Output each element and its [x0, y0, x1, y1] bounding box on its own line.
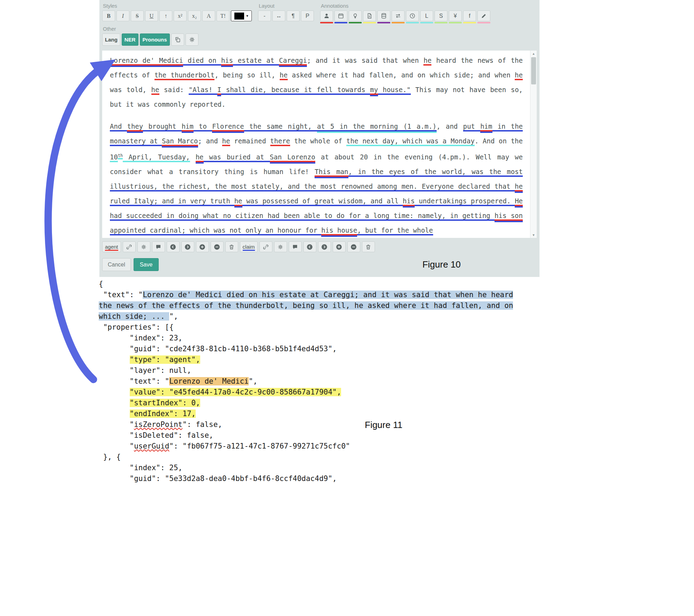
annotated-text[interactable]: th [118, 153, 123, 158]
annotated-text[interactable]: "Alas! [189, 86, 217, 93]
pronouns-button[interactable]: Pronouns [140, 33, 170, 46]
annotated-text[interactable]: I [217, 86, 221, 93]
annotated-text[interactable]: was possessed of great wisdom, and all [242, 197, 403, 205]
annotated-text[interactable]: he [515, 71, 523, 79]
annotated-text[interactable]: estate at [233, 57, 279, 64]
color-picker-button[interactable]: ▾ [231, 10, 252, 21]
gear-button[interactable] [137, 241, 150, 252]
annotated-text[interactable]: he [234, 197, 242, 205]
annotated-text[interactable]: his [221, 57, 233, 64]
minus-circle-button[interactable] [347, 241, 360, 252]
subscript-button[interactable]: x₂ [188, 10, 201, 21]
time-annotation-button[interactable] [406, 10, 419, 21]
annotated-text[interactable]: there [270, 137, 290, 145]
claim-chip[interactable]: claim [240, 241, 258, 252]
strikethrough-button[interactable]: S [131, 10, 144, 21]
annotated-text[interactable]: he [151, 86, 159, 93]
trash-button[interactable] [362, 241, 375, 252]
annotated-text[interactable]: And [110, 122, 127, 130]
prev-circle-button[interactable] [167, 241, 180, 252]
annotated-text[interactable]: Florence [212, 122, 244, 130]
idea-annotation-button[interactable] [349, 10, 362, 21]
annotated-text[interactable]: him [182, 122, 194, 130]
annotated-text[interactable]: at 5 in the morning (1 a.m.) [317, 122, 437, 130]
paragraph-button[interactable]: ¶ [287, 10, 300, 21]
annotated-text[interactable]: my [370, 86, 378, 93]
letter-f-annotation-button[interactable]: f [463, 10, 476, 21]
annotated-text[interactable]: San Marco [162, 137, 198, 145]
annotated-text[interactable]: was buried at [204, 153, 270, 161]
annotated-text[interactable]: him [480, 122, 492, 130]
annotated-text[interactable]: house." [378, 86, 411, 93]
annotated-text[interactable]: to [194, 122, 212, 130]
font-button[interactable]: A [202, 10, 215, 21]
cancel-button[interactable]: Cancel [102, 258, 131, 271]
annotated-text[interactable]: put [463, 122, 480, 130]
ner-button[interactable]: NER [122, 33, 138, 46]
annotated-text[interactable]: his son [495, 212, 523, 219]
annotated-text[interactable]: died on [183, 57, 221, 64]
link-button[interactable] [123, 241, 136, 252]
comment-button[interactable] [152, 241, 165, 252]
next-circle-button[interactable] [181, 241, 194, 252]
annotated-text[interactable]: his [403, 197, 415, 205]
minus-circle-button[interactable] [211, 241, 224, 252]
annotated-text[interactable]: This man [315, 168, 348, 175]
annotated-text[interactable]: he [196, 153, 204, 161]
bold-button[interactable]: B [102, 10, 115, 21]
annotated-text[interactable]: Lorenzo de' Medici [110, 57, 183, 64]
lang-button[interactable]: Lang [102, 33, 120, 46]
person-annotation-button[interactable] [320, 10, 333, 21]
annotated-text[interactable]: he [222, 137, 230, 145]
scrollbar-thumb[interactable] [531, 57, 536, 84]
annotated-text[interactable]: his house [321, 226, 357, 234]
pencil-annotation-button[interactable] [477, 10, 490, 21]
annotated-text[interactable]: 10 [110, 153, 118, 161]
next-circle-button[interactable] [318, 241, 331, 252]
annotated-text[interactable]: appointed cardinal; which was not only a… [110, 226, 321, 234]
annotated-text[interactable]: San Lorenzo [270, 153, 315, 161]
annotated-text[interactable]: the same night, [244, 122, 317, 130]
page-button[interactable]: P [301, 10, 314, 21]
comment-button[interactable] [289, 241, 302, 252]
plus-circle-button[interactable] [333, 241, 346, 252]
dash-button[interactable]: - [258, 10, 271, 21]
annotated-text[interactable]: the next day, which was a Monday [346, 137, 475, 145]
annotated-text[interactable]: he [515, 182, 523, 190]
text-size-button[interactable]: T! [217, 10, 229, 21]
trash-button[interactable] [225, 241, 238, 252]
database-annotation-button[interactable] [377, 10, 390, 21]
annotated-text[interactable]: He [515, 197, 523, 205]
settings-button[interactable] [186, 33, 198, 46]
document-annotation-button[interactable] [363, 10, 376, 21]
agent-chip[interactable]: agent [102, 241, 121, 252]
copy-button[interactable] [171, 33, 184, 46]
gear-button[interactable] [274, 241, 287, 252]
underline-button[interactable]: U [145, 10, 158, 21]
annotated-text[interactable]: brought [143, 122, 181, 130]
letter-p-annotation-button[interactable]: ¥ [449, 10, 462, 21]
annotated-text[interactable]: undertakings prospered. [415, 197, 515, 205]
scroll-up-button[interactable]: ▲ [530, 51, 537, 57]
link-button[interactable] [259, 241, 272, 252]
annotated-text[interactable]: they [127, 122, 143, 130]
prev-circle-button[interactable] [303, 241, 316, 252]
annotated-text[interactable]: he [423, 57, 431, 64]
annotated-text[interactable]: shall die, because it fell towards [221, 86, 370, 93]
annotated-text[interactable]: the thunderbolt [154, 71, 215, 79]
scroll-down-button[interactable]: ▼ [530, 232, 537, 238]
letter-l-annotation-button[interactable]: L [420, 10, 433, 21]
uppercase-button[interactable]: ↑ [159, 10, 172, 21]
date-annotation-button[interactable] [334, 10, 347, 21]
relation-annotation-button[interactable] [392, 10, 405, 21]
letter-s-annotation-button[interactable]: S [435, 10, 447, 21]
editor-text[interactable]: Lorenzo de' Medici died on his estate at… [102, 51, 530, 238]
italic-button[interactable]: I [116, 10, 129, 21]
superscript-button[interactable]: x² [174, 10, 187, 21]
tab-button[interactable]: ↔ [272, 10, 285, 21]
annotated-text[interactable]: April, Tuesday, [123, 153, 190, 161]
save-button[interactable]: Save [134, 258, 159, 271]
annotated-text[interactable]: , but for the whole [357, 226, 433, 234]
annotated-text[interactable]: ruled Italy; and in very truth [110, 197, 234, 205]
annotated-text[interactable]: Careggi [279, 57, 307, 64]
